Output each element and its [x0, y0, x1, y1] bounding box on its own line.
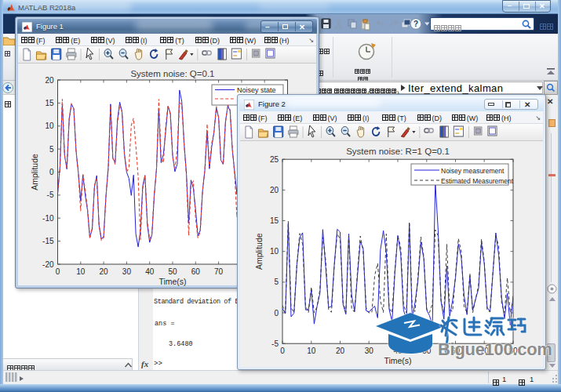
svg-text:0: 0 — [49, 168, 54, 176]
svg-text:Noisey state: Noisey state — [237, 86, 276, 94]
svg-text:10: 10 — [45, 122, 54, 130]
svg-text:-15: -15 — [42, 237, 54, 245]
svg-text:Time(s): Time(s) — [158, 277, 186, 286]
svg-text:?: ? — [413, 20, 418, 28]
svg-text:0: 0 — [280, 347, 285, 355]
svg-text:50: 50 — [422, 347, 432, 355]
svg-text:30: 30 — [122, 267, 132, 276]
svg-text:70: 70 — [214, 267, 224, 276]
svg-text:15: 15 — [45, 99, 54, 107]
svg-text:60: 60 — [191, 267, 201, 276]
svg-text:System noise: Q=0.1: System noise: Q=0.1 — [130, 69, 214, 78]
svg-text:20: 20 — [45, 76, 54, 85]
svg-text:60: 60 — [451, 347, 461, 355]
svg-text:20: 20 — [100, 267, 109, 276]
svg-text:20: 20 — [336, 347, 345, 355]
svg-text:-10: -10 — [42, 214, 54, 223]
svg-text:Estimated Measurement: Estimated Measurement — [441, 177, 514, 185]
svg-text:40: 40 — [393, 347, 403, 355]
svg-text:-5: -5 — [47, 191, 54, 199]
svg-text:Amplitude: Amplitude — [30, 154, 39, 191]
svg-text:10: 10 — [270, 247, 279, 256]
svg-text:Noisey measurement: Noisey measurement — [441, 167, 505, 175]
svg-text:0: 0 — [274, 309, 279, 318]
svg-text:-20: -20 — [42, 260, 54, 269]
svg-text:-5: -5 — [271, 339, 279, 348]
svg-text:Amplitude: Amplitude — [254, 233, 264, 270]
svg-text:20: 20 — [270, 186, 279, 194]
svg-text:10: 10 — [307, 347, 316, 355]
svg-text:15: 15 — [270, 216, 279, 225]
svg-text:50: 50 — [168, 267, 177, 276]
svg-text:5: 5 — [49, 145, 54, 154]
svg-text:30: 30 — [365, 347, 374, 355]
svg-text:70: 70 — [480, 347, 490, 355]
svg-text:40: 40 — [145, 267, 155, 276]
svg-text:0: 0 — [56, 267, 60, 276]
svg-text:5: 5 — [274, 278, 279, 286]
svg-text:Time(s): Time(s) — [384, 356, 411, 365]
svg-text:80: 80 — [508, 347, 518, 355]
svg-text:10: 10 — [76, 267, 86, 276]
svg-text:System noise: R=1 Q=0.1: System noise: R=1 Q=0.1 — [346, 147, 450, 156]
svg-text:25: 25 — [270, 155, 279, 164]
